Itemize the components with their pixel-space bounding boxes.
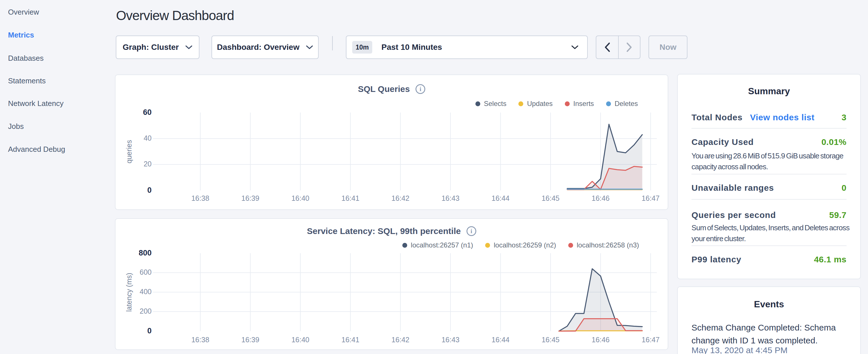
summary-row-value: 3 [842,112,846,122]
summary-row-total-nodes: Total Nodes View nodes list 3 [691,112,846,129]
sidebar-item-jobs[interactable]: Jobs [8,122,24,133]
x-tick-label: 16:46 [584,336,618,344]
controls-divider [332,36,333,51]
x-tick-label: 16:42 [383,336,417,344]
sidebar-item-databases[interactable]: Databases [8,54,43,65]
now-button[interactable]: Now [649,35,687,59]
y-tick-label: 20 [119,160,152,168]
prev-time-button[interactable] [596,36,618,58]
summary-row-value: 0.01% [821,137,846,147]
time-step-buttons [596,35,641,59]
x-tick-label: 16:46 [584,194,618,202]
sql-queries-chart-panel: SQL Queries i Selects Updates Inserts De… [115,74,668,210]
chart-plot-svg [116,219,669,351]
x-tick-label: 16:42 [383,194,417,202]
time-range-selector[interactable]: 10m Past 10 Minutes [346,35,588,59]
event-timestamp: May 13, 2020 at 4:45 PM [691,345,846,354]
summary-row-head: Unavailable ranges [691,183,774,193]
x-tick-label: 16:39 [233,336,268,344]
time-range-label: Past 10 Minutes [381,43,442,52]
service-latency-chart-panel: Service Latency: SQL, 99th percentile i … [115,218,668,350]
page-title: Overview Dashboard [116,8,234,23]
sidebar: Overview Metrics Databases Statements Ne… [0,0,109,354]
summary-row-unavailable-ranges: Unavailable ranges 0 [691,174,846,200]
sidebar-item-network-latency[interactable]: Network Latency [8,99,64,110]
x-tick-label: 16:43 [433,194,468,202]
sidebar-item-metrics[interactable]: Metrics [8,30,34,42]
next-time-button[interactable] [618,36,640,58]
y-tick-label: 0 [119,326,152,335]
chevron-right-icon [626,42,632,53]
summary-row-capacity-used: Capacity Used 0.01% You are using 28.6 M… [691,129,846,174]
y-tick-label: 60 [119,108,152,117]
x-tick-label: 16:45 [533,336,568,344]
summary-panel: Summary Total Nodes View nodes list 3 Ca… [677,74,861,279]
now-button-label: Now [659,43,676,52]
y-tick-label: 800 [119,249,152,257]
chevron-down-icon [185,45,192,50]
summary-row-queries-per-second: Queries per second 59.7 Sum of Selects, … [691,200,846,246]
sidebar-item-overview[interactable]: Overview [8,7,39,19]
x-tick-label: 16:47 [633,194,668,202]
summary-row-head: P99 latency [691,255,741,264]
summary-row-value: 59.7 [829,210,846,220]
summary-row-head: Queries per second [691,210,776,220]
x-tick-label: 16:47 [633,336,668,344]
chevron-down-icon [306,45,313,50]
x-tick-label: 16:40 [283,336,317,344]
chevron-left-icon [604,42,610,53]
graph-dropdown[interactable]: Graph: Cluster [116,35,199,59]
summary-row-head: Total Nodes [691,112,743,122]
y-tick-label: 600 [119,268,152,277]
x-tick-label: 16:39 [233,194,268,202]
x-tick-label: 16:44 [484,336,518,344]
x-tick-label: 16:38 [183,194,217,202]
events-panel: Events Schema Change Completed: Schema c… [677,286,861,354]
events-title: Events [691,299,846,310]
y-tick-label: 40 [119,134,152,142]
x-tick-label: 16:43 [433,336,468,344]
summary-row-head: Capacity Used [691,137,754,147]
y-tick-label: 400 [119,288,152,296]
event-message[interactable]: Schema Change Completed: Schema change w… [691,321,846,347]
x-tick-label: 16:45 [533,194,568,202]
summary-row-description: Sum of Selects, Updates, Inserts, and De… [691,222,850,244]
y-tick-label: 0 [119,186,152,195]
x-tick-label: 16:38 [183,336,217,344]
summary-row-value: 46.1 ms [814,255,846,264]
summary-row-description: You are using 28.6 MiB of 515.9 GiB usab… [691,150,850,172]
sidebar-item-statements[interactable]: Statements [8,76,46,88]
chevron-down-icon [571,45,579,50]
x-tick-label: 16:41 [333,336,368,344]
dashboard-dropdown[interactable]: Dashboard: Overview [212,35,319,59]
x-tick-label: 16:40 [283,194,317,202]
chart-plot-svg [116,75,669,211]
y-tick-label: 200 [119,307,152,315]
time-range-badge: 10m [352,41,372,54]
summary-row-p99-latency: P99 latency 46.1 ms [691,246,846,264]
x-tick-label: 16:44 [484,194,518,202]
summary-title: Summary [691,86,846,97]
sidebar-item-advanced-debug[interactable]: Advanced Debug [8,144,65,156]
x-tick-label: 16:41 [333,194,368,202]
summary-row-value: 0 [842,183,846,193]
graph-dropdown-label: Graph: Cluster [123,43,179,52]
view-nodes-list-link[interactable]: View nodes list [750,112,814,122]
dashboard-dropdown-label: Dashboard: Overview [217,43,300,52]
